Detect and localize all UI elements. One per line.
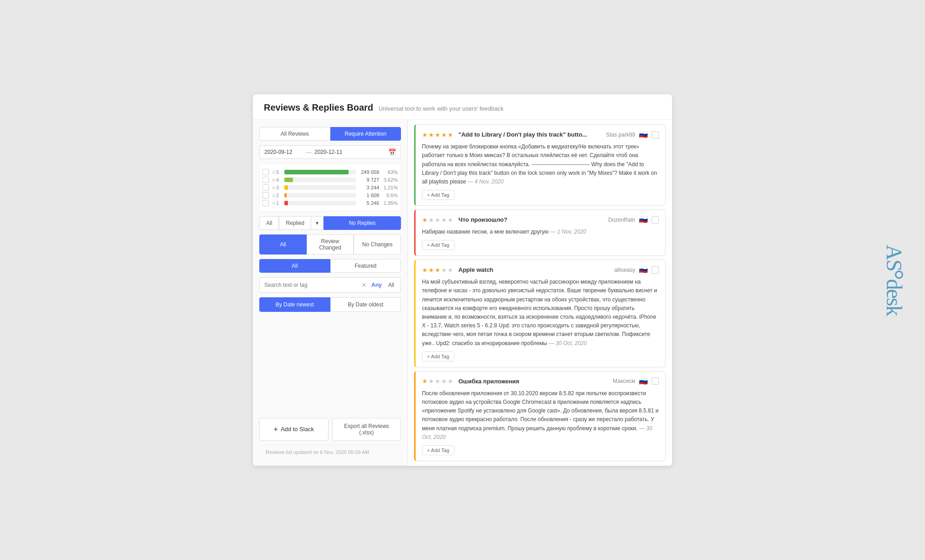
- review-4-body: После обновления приложения от 30.10.202…: [422, 389, 659, 442]
- star-2-bar: [284, 193, 356, 198]
- review-1-title: "Add to Library / Don't play this track"…: [458, 131, 587, 138]
- review-3-stars: ★★★★★: [422, 266, 454, 274]
- change-all-btn[interactable]: All: [259, 234, 307, 255]
- review-2-add-tag-btn[interactable]: + Add Tag: [422, 240, 454, 250]
- review-changed-btn[interactable]: Review Changed: [307, 234, 354, 255]
- star-ratings-panel: ☆5 249 058 63% ☆4 9 727: [259, 163, 401, 212]
- left-panel: All Reviews Require Attention — 📅 ☆5: [253, 120, 408, 466]
- search-input[interactable]: [264, 282, 359, 288]
- no-replies-btn[interactable]: No Replies: [324, 216, 401, 230]
- review-3-checkbox[interactable]: [652, 266, 659, 274]
- review-1-reviewer: Stas park89: [606, 132, 635, 138]
- all-reviews-btn[interactable]: All Reviews: [259, 127, 330, 141]
- review-4-title: Ошибка приложения: [458, 378, 519, 385]
- bottom-actions: + Add to Slack Export all Reviews (.xlsx…: [259, 418, 401, 441]
- main-filter-tabs: All Reviews Require Attention: [259, 127, 401, 141]
- review-2-title: Что произошло?: [458, 216, 508, 223]
- footer-note: Reviews list updated on 6 Nov, 2020 05:0…: [259, 445, 401, 458]
- require-attention-btn[interactable]: Require Attention: [330, 127, 401, 141]
- star-row-3: ☆3 3 244 1.21%: [262, 184, 398, 191]
- reply-all-btn[interactable]: All: [259, 216, 279, 230]
- star-row-1: ☆1 5 246 1.95%: [262, 200, 398, 206]
- review-2-checkbox[interactable]: [652, 216, 659, 224]
- star-5-fill: [284, 170, 349, 174]
- review-card-3: ★★★★★ Apple watch alliseasy 🇷🇺 На мой су…: [414, 260, 666, 367]
- sort-tabs: By Date newest By Date oldest: [259, 297, 401, 312]
- review-4-header: ★★★★★ Ошибка приложения Максисм 🇷🇺: [422, 377, 659, 386]
- review-4-add-tag-btn[interactable]: + Add Tag: [422, 445, 454, 455]
- review-card-2: ★★★★★ Что произошло? DozenRain 🇷🇺 Набира…: [414, 209, 666, 256]
- review-3-body: На мой субъективный взгляд, невероятно ч…: [422, 278, 659, 348]
- review-2-stars: ★★★★★: [422, 216, 454, 224]
- slack-btn-label: Add to Slack: [281, 426, 314, 433]
- date-range: — 📅: [259, 145, 401, 159]
- review-4-checkbox[interactable]: [652, 377, 659, 385]
- star-1-label: ☆1: [272, 200, 282, 206]
- star-3-pct: 1.21%: [382, 185, 398, 190]
- star-5-label: ☆5: [272, 169, 282, 175]
- sort-oldest-btn[interactable]: By Date oldest: [330, 297, 401, 312]
- star-3-fill: [284, 185, 288, 190]
- sort-newest-btn[interactable]: By Date newest: [259, 297, 330, 312]
- search-box: ✕ Any All: [259, 277, 401, 293]
- star-5-count: 249 058: [359, 169, 379, 175]
- review-1-header-right: Stas park89 🇷🇺: [606, 130, 659, 139]
- export-button[interactable]: Export all Reviews (.xlsx): [332, 418, 401, 441]
- review-4-reviewer: Максисм: [613, 378, 635, 384]
- review-4-date: — 30 Oct, 2020: [422, 425, 652, 440]
- star-5-pct: 63%: [382, 169, 398, 175]
- star-2-fill: [284, 193, 287, 198]
- star-1-fill: [284, 201, 288, 205]
- no-changes-btn[interactable]: No Changes: [354, 234, 401, 255]
- review-3-reviewer: alliseasy: [614, 267, 635, 273]
- star-row-4: ☆4 9 727 3.62%: [262, 177, 398, 183]
- main-container: Reviews & Replies Board Universal tool t…: [253, 94, 672, 466]
- review-4-stars: ★★★★★: [422, 377, 454, 385]
- review-3-add-tag-btn[interactable]: + Add Tag: [422, 351, 454, 361]
- search-any-option[interactable]: Any: [370, 281, 384, 289]
- calendar-icon[interactable]: 📅: [388, 148, 396, 156]
- star-2-label: ☆2: [272, 193, 282, 199]
- search-clear-icon[interactable]: ✕: [361, 281, 367, 289]
- star-4-pct: 3.62%: [382, 177, 398, 183]
- review-1-add-tag-btn[interactable]: + Add Tag: [422, 190, 454, 200]
- date-from-input[interactable]: [264, 149, 303, 155]
- star-4-checkbox[interactable]: [262, 177, 269, 183]
- date-to-input[interactable]: [314, 149, 353, 155]
- review-3-flag: 🇷🇺: [639, 265, 648, 274]
- content-layout: All Reviews Require Attention — 📅 ☆5: [253, 120, 672, 466]
- brand-logo: ASdesk: [882, 244, 907, 315]
- review-2-header-left: ★★★★★ Что произошло?: [422, 216, 508, 224]
- star-1-checkbox[interactable]: [262, 200, 269, 206]
- star-2-pct: 0.6%: [382, 193, 398, 198]
- change-filter-tabs: All Review Changed No Changes: [259, 234, 401, 255]
- page-subtitle: Universal tool to work with your users' …: [379, 105, 504, 112]
- star-3-count: 3 244: [359, 185, 379, 190]
- reply-filter-tabs: All Replied ▾ No Replies: [259, 216, 401, 230]
- star-2-checkbox[interactable]: [262, 192, 269, 199]
- featured-filter-tabs: All Featured: [259, 259, 401, 273]
- featured-btn[interactable]: Featured: [330, 259, 401, 273]
- star-5-checkbox[interactable]: [262, 169, 269, 175]
- star-2-count: 1 608: [359, 193, 379, 198]
- star-4-bar: [284, 178, 356, 182]
- star-3-label: ☆3: [272, 185, 282, 191]
- review-1-date: — 4 Nov, 2020: [468, 178, 504, 185]
- star-4-fill: [284, 178, 293, 182]
- review-1-header-left: ★★★★★ "Add to Library / Don't play this …: [422, 131, 587, 138]
- reviews-list: ★★★★★ "Add to Library / Don't play this …: [408, 120, 672, 466]
- review-4-header-right: Максисм 🇷🇺: [613, 377, 659, 386]
- star-3-checkbox[interactable]: [262, 184, 269, 191]
- search-all-option[interactable]: All: [386, 281, 396, 289]
- review-1-stars: ★★★★★: [422, 131, 454, 138]
- add-to-slack-button[interactable]: + Add to Slack: [259, 418, 329, 441]
- review-1-checkbox[interactable]: [652, 131, 659, 138]
- review-3-date: — 30 Oct, 2020: [549, 340, 587, 346]
- star-3-bar: [284, 185, 356, 190]
- review-2-body: Набираю название песни, а мне включает д…: [422, 228, 659, 236]
- replied-dropdown-btn[interactable]: ▾: [311, 216, 324, 230]
- replied-btn[interactable]: Replied: [279, 216, 311, 230]
- review-3-header: ★★★★★ Apple watch alliseasy 🇷🇺: [422, 265, 659, 274]
- review-card-4: ★★★★★ Ошибка приложения Максисм 🇷🇺 После…: [414, 371, 666, 461]
- featured-all-btn[interactable]: All: [259, 259, 330, 273]
